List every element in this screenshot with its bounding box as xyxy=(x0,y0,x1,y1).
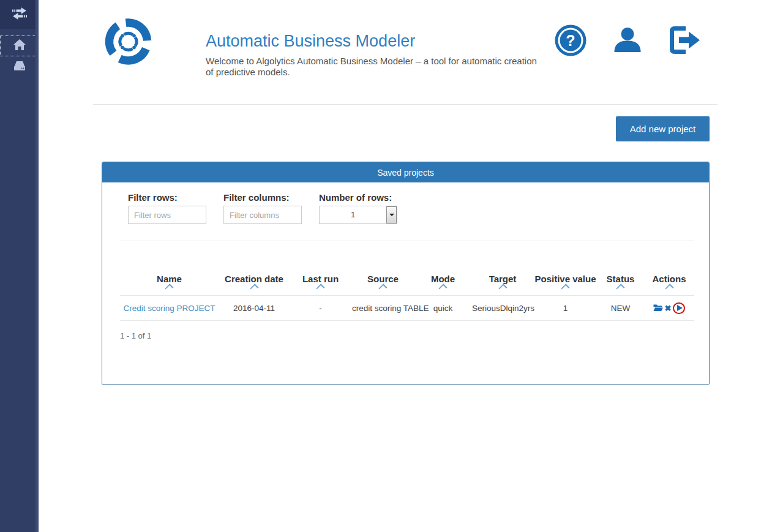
page-subtitle: Welcome to Algolytics Automatic Business… xyxy=(206,56,546,78)
saved-projects-panel: Saved projects Filter rows: Filter colum… xyxy=(102,162,710,385)
logout-button[interactable] xyxy=(666,25,702,58)
filter-columns-group: Filter columns: xyxy=(223,192,302,224)
sort-chevron-icon xyxy=(165,283,173,292)
number-of-rows-group: Number of rows: 1 xyxy=(319,192,397,224)
open-folder-icon xyxy=(653,303,663,312)
target-cell: SeriousDlqin2yrs xyxy=(471,296,534,321)
add-new-project-button[interactable]: Add new project xyxy=(616,116,710,141)
play-icon xyxy=(677,305,683,311)
question-icon: ? xyxy=(566,32,575,49)
panel-title: Saved projects xyxy=(102,162,709,182)
number-of-rows-select[interactable]: 1 xyxy=(319,206,397,224)
column-header-target[interactable]: Target xyxy=(471,270,534,296)
sort-chevron-icon xyxy=(616,283,624,292)
swap-icon[interactable] xyxy=(12,7,28,23)
table-header-row: Name Creation date Last run Source Mode … xyxy=(120,270,694,296)
logout-icon xyxy=(666,25,702,55)
sort-chevron-icon xyxy=(498,283,507,292)
projects-table: Name Creation date Last run Source Mode … xyxy=(120,270,694,321)
filter-rows-group: Filter rows: xyxy=(128,192,206,224)
number-of-rows-label: Number of rows: xyxy=(319,192,397,203)
user-icon xyxy=(612,24,643,56)
sort-chevron-icon xyxy=(438,283,447,292)
filter-columns-label: Filter columns: xyxy=(223,192,302,203)
user-account-button[interactable] xyxy=(612,24,643,59)
number-of-rows-dropdown-button[interactable] xyxy=(386,206,397,223)
creation-date-cell: 2016-04-11 xyxy=(219,296,290,321)
help-button[interactable]: ? xyxy=(555,24,586,59)
column-header-name[interactable]: Name xyxy=(120,270,219,296)
sidebar-header xyxy=(0,0,39,29)
filter-rows-input[interactable] xyxy=(128,206,206,224)
sort-chevron-icon xyxy=(665,283,673,292)
column-header-mode[interactable]: Mode xyxy=(414,270,471,296)
app-logo xyxy=(100,17,156,69)
sort-chevron-icon xyxy=(561,283,569,292)
actions-cell: ✖ xyxy=(645,302,694,314)
column-header-positive-value[interactable]: Positive value xyxy=(534,270,597,296)
column-header-last-run[interactable]: Last run xyxy=(290,270,351,296)
sort-chevron-icon xyxy=(316,283,324,292)
table-row: Credit scoring PROJECT 2016-04-11 - cred… xyxy=(120,296,694,321)
sidebar-item-home[interactable] xyxy=(0,36,39,56)
last-run-cell: - xyxy=(290,296,351,321)
column-header-status[interactable]: Status xyxy=(597,270,644,296)
run-project-button-highlighted[interactable] xyxy=(673,302,685,314)
filter-columns-input[interactable] xyxy=(223,206,302,224)
number-of-rows-value: 1 xyxy=(320,206,386,223)
sort-chevron-icon xyxy=(378,283,387,292)
open-project-button[interactable] xyxy=(653,303,663,313)
column-header-actions[interactable]: Actions xyxy=(644,270,694,296)
x-mark-icon: ✖ xyxy=(665,304,672,313)
sidebar xyxy=(0,0,39,532)
status-cell: NEW xyxy=(597,296,644,321)
page-title: Automatic Business Modeler xyxy=(206,32,415,51)
hard-drive-icon xyxy=(13,61,26,73)
source-cell: credit scoring TABLE xyxy=(351,296,414,321)
project-name-link[interactable]: Credit scoring PROJECT xyxy=(123,304,215,313)
delete-project-button[interactable]: ✖ xyxy=(665,304,672,312)
positive-value-cell: 1 xyxy=(534,296,597,321)
sort-chevron-icon xyxy=(250,283,258,292)
home-icon xyxy=(13,39,26,53)
pagination-status: 1 - 1 of 1 xyxy=(120,331,151,340)
sidebar-item-storage[interactable] xyxy=(0,56,39,77)
chevron-down-icon xyxy=(389,214,394,216)
sidebar-edge xyxy=(36,0,39,532)
filter-rows-label: Filter rows: xyxy=(128,192,206,203)
filters-divider xyxy=(120,241,694,241)
column-header-source[interactable]: Source xyxy=(351,270,414,296)
column-header-creation-date[interactable]: Creation date xyxy=(219,270,290,296)
header-divider xyxy=(93,104,718,105)
